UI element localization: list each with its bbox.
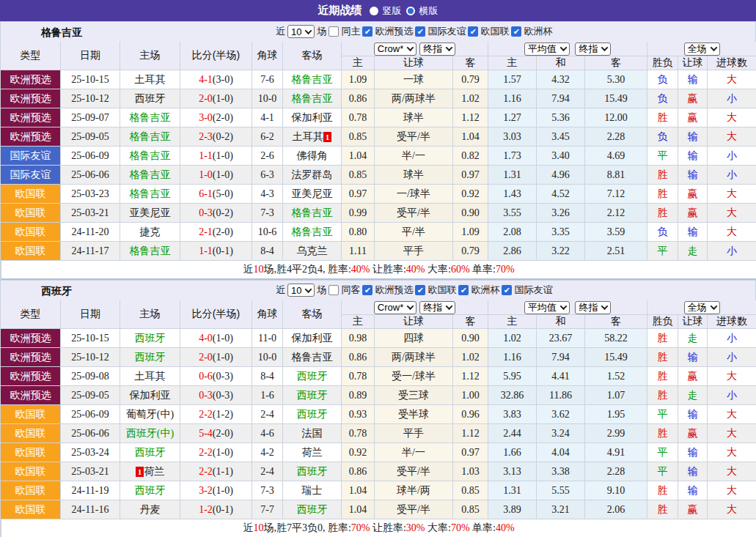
cell-date: 24-11-20: [61, 223, 120, 242]
cell-away: 格鲁吉亚: [283, 70, 342, 89]
cell-corner: 10-0: [252, 348, 283, 367]
horizontal-radio-label: 横版: [419, 4, 438, 18]
cell-score: 4-1(3-0): [180, 70, 252, 89]
match-row: 欧国联25-03-23格鲁吉亚6-1(5-0)4-3亚美尼亚0.97一/球半0.…: [1, 185, 756, 204]
competition-checkbox[interactable]: ✔: [362, 26, 373, 37]
cell-corner: 7-3: [252, 481, 283, 500]
col-header-avg-home: 主: [488, 315, 537, 329]
match-count-select[interactable]: 10: [287, 284, 315, 297]
cell-avg-away: 1.07: [585, 386, 647, 405]
chevron-down-icon: [559, 44, 567, 51]
cell-avg-away: 12.00: [585, 108, 647, 127]
odds-time-select[interactable]: 终指: [419, 42, 455, 56]
cell-crow-away: 0.96: [453, 405, 488, 424]
cell-goals: 小: [708, 147, 756, 166]
cell-avg-draw: 3.45: [537, 127, 585, 147]
match-row: 欧国联25-06-06西班牙(中)5-4(2-0)4-6法国0.78平手1.12…: [1, 424, 756, 443]
cell-home: 保加利亚: [120, 386, 180, 405]
cell-crow-handicap: 一球: [375, 70, 453, 89]
cell-crow-home: 0.85: [342, 127, 375, 147]
cell-avg-home: 1.31: [488, 166, 537, 185]
cell-avg-away: 15.49: [585, 348, 647, 367]
competition-checkbox[interactable]: ✔: [468, 26, 478, 37]
cell-result: 平: [647, 405, 678, 424]
vertical-radio-label: 竖版: [383, 4, 402, 18]
cell-crow-handicap: 两/两球半: [375, 348, 453, 367]
avg-source-select[interactable]: 平均值: [524, 42, 570, 56]
match-row: 欧洲预选25-09-05格鲁吉亚2-3(0-2)6-2土耳其10.85受平/半1…: [1, 127, 756, 147]
match-row: 欧国联24-11-16丹麦1-2(0-1)7-7西班牙1.04受平/半0.853…: [1, 500, 756, 519]
chevron-down-icon: [305, 27, 312, 34]
cell-crow-home: 0.80: [342, 223, 375, 242]
cell-date: 25-03-21: [61, 462, 120, 481]
cell-corner: 6-2: [252, 127, 283, 147]
competition-label: 欧洲预选: [375, 25, 413, 38]
competition-checkbox[interactable]: ✔: [415, 26, 425, 37]
odds-source-select[interactable]: Crow*: [374, 42, 416, 56]
cell-avg-draw: 4.04: [537, 443, 585, 462]
cell-handicap-result: 赢: [678, 500, 708, 519]
competition-label: 欧洲杯: [471, 284, 499, 297]
cell-result: 胜: [647, 185, 678, 204]
period-select[interactable]: 全场: [684, 42, 720, 56]
cell-crow-handicap: 球半: [375, 108, 453, 127]
cell-home: 西班牙: [120, 348, 180, 367]
avg-source-select[interactable]: 平均值: [524, 301, 570, 314]
cell-crow-handicap: 受平/半: [375, 462, 453, 481]
cell-avg-draw: 3.35: [537, 223, 585, 242]
competition-checkbox[interactable]: ✔: [415, 285, 425, 295]
cell-type: 欧国联: [1, 462, 61, 481]
horizontal-layout-radio[interactable]: [406, 7, 415, 15]
cell-date: 25-10-12: [61, 348, 120, 367]
avg-time-select[interactable]: 终指: [575, 42, 611, 56]
cell-crow-away: 0.79: [453, 242, 488, 261]
vertical-layout-radio[interactable]: [370, 7, 378, 15]
cell-result: 平: [647, 147, 678, 166]
same-venue-checkbox[interactable]: [329, 26, 339, 37]
competition-checkbox[interactable]: ✔: [511, 26, 521, 37]
cell-type: 欧洲预选: [1, 127, 61, 147]
odds-time-select[interactable]: 终指: [419, 301, 455, 314]
cell-avg-home: 2.08: [488, 223, 537, 242]
period-select[interactable]: 全场: [684, 301, 720, 314]
cell-crow-away: 0.90: [453, 329, 488, 348]
match-row: 欧洲预选25-10-15西班牙4-0(1-0)11-0保加利亚0.98四球0.9…: [1, 329, 756, 348]
matches-table: 类型日期主场比分(半场)角球客场Crow* 终指平均值 终指全场主让球客主和客胜…: [0, 300, 756, 537]
odds-source-select[interactable]: Crow*: [374, 301, 416, 314]
same-venue-checkbox[interactable]: [329, 285, 339, 295]
cell-score: 2-2(1-2): [180, 405, 252, 424]
cell-result: 胜: [647, 204, 678, 223]
chevron-down-icon: [305, 286, 312, 293]
cell-corner: 4-1: [252, 108, 283, 127]
cell-avg-draw: 23.67: [537, 329, 585, 348]
col-header-date: 日期: [61, 42, 120, 70]
cell-crow-home: 1.09: [342, 70, 375, 89]
avg-time-select[interactable]: 终指: [575, 301, 611, 314]
col-header-avg-away: 客: [585, 315, 647, 329]
cell-corner: 8-4: [252, 242, 283, 261]
cell-handicap-result: 输: [678, 127, 708, 147]
rank-badge: 1: [323, 132, 332, 142]
section-header: 格鲁吉亚近 10场 同主✔欧洲预选✔国际友谊✔欧国联✔欧洲杯: [0, 21, 756, 42]
competition-checkbox[interactable]: ✔: [502, 285, 512, 295]
cell-result: 胜: [647, 500, 678, 519]
match-row: 欧国联25-03-24西班牙2-2(1-0)4-2荷兰0.92半/一0.971.…: [1, 443, 756, 462]
odds-group-avg: 平均值 终指: [488, 300, 647, 315]
cell-type: 欧洲预选: [1, 367, 61, 386]
cell-home: 亚美尼亚: [120, 204, 180, 223]
competition-checkbox[interactable]: ✔: [458, 285, 469, 295]
cell-corner: 10-6: [252, 223, 283, 242]
result-group: 全场: [647, 300, 756, 315]
cell-avg-away: 2.51: [585, 242, 647, 261]
competition-label: 欧国联: [427, 284, 456, 297]
cell-crow-away: 0.79: [453, 70, 488, 89]
cell-corner: 8-4: [252, 367, 283, 386]
match-count-select[interactable]: 10: [287, 25, 315, 38]
cell-avg-away: 2.12: [585, 204, 647, 223]
col-header-result: 胜负: [647, 315, 678, 329]
cell-score: 2-0(1-0): [180, 89, 252, 108]
competition-checkbox[interactable]: ✔: [362, 285, 373, 295]
cell-away: 乌克兰: [283, 242, 342, 261]
cell-type: 欧国联: [1, 500, 61, 519]
cell-corner: 7-7: [252, 500, 283, 519]
